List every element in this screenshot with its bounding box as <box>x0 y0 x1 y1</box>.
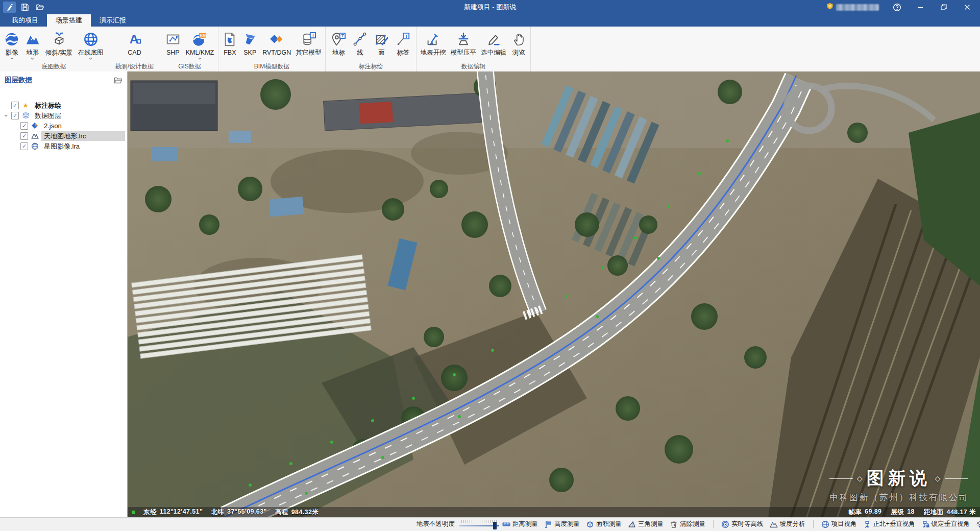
layer-item-satellite-imagery[interactable]: ✓星图影像.lra <box>0 141 127 151</box>
layer-item-tianditu-terrain[interactable]: ✓天地图地形.lrc <box>0 131 127 141</box>
layer-item-annotation-group[interactable]: ✓★标注标绘 <box>0 100 127 110</box>
button-measure-height[interactable]: 高度测量 <box>544 520 580 528</box>
folder-icon[interactable] <box>114 77 122 84</box>
surface-opacity-slider[interactable] <box>459 519 499 529</box>
ribbon-button-label: 其它模型 <box>296 49 322 57</box>
save-icon[interactable] <box>18 2 31 13</box>
ribbon-button-label: KML/KMZ <box>186 49 214 57</box>
help-icon[interactable] <box>885 0 909 14</box>
tab-presentation[interactable]: 演示汇报 <box>91 14 135 27</box>
ribbon-button-placemark[interactable]: T地标 <box>330 29 347 57</box>
other-model-icon: T <box>301 30 316 49</box>
user-account[interactable] <box>826 3 879 12</box>
layer-checkbox[interactable]: ✓ <box>20 122 28 130</box>
map-canvas <box>128 71 980 518</box>
ribbon-button-imagery[interactable]: 影像 <box>3 29 20 62</box>
ribbon-group-label: 标注标绘 <box>326 62 416 71</box>
shp-icon <box>165 30 181 49</box>
ribbon-button-label: 模型压平 <box>451 49 476 57</box>
button-realtime-contour[interactable]: 实时等高线 <box>721 520 764 528</box>
button-underground-view[interactable]: 地下视角 <box>976 520 980 528</box>
distance-to-ground: 距地面448.17 米 <box>924 508 976 517</box>
m-clear-icon <box>670 520 678 528</box>
ribbon-button-label: 线 <box>357 49 363 57</box>
ribbon-button-label: SKP <box>243 49 256 57</box>
layer-tree: ✓★标注标绘✓数据图层✓2.json✓天地图地形.lrc✓星图影像.lra <box>0 87 127 151</box>
username-redacted <box>836 4 879 11</box>
ribbon-group-gis-data: SHPKMLKML/KMZGIS数据 <box>161 27 218 71</box>
ribbon-group-buttons: ACAD <box>108 27 161 62</box>
svg-text:A: A <box>129 32 138 46</box>
decor-diamond-icon: ◇ <box>857 474 863 482</box>
button-label: 实时等高线 <box>731 520 764 528</box>
layer-checkbox[interactable]: ✓ <box>11 112 19 119</box>
ribbon-button-line[interactable]: 线 <box>351 29 369 57</box>
ribbon-button-label: RVT/DGN <box>262 49 291 57</box>
tab-scene-setup[interactable]: 场景搭建 <box>47 14 91 27</box>
layer-panel-title: 图层数据 <box>5 76 32 85</box>
ribbon-group-annotation: T地标线面T标签标注标绘 <box>326 27 416 71</box>
layer-checkbox[interactable]: ✓ <box>20 142 28 150</box>
ribbon-button-surface-dig[interactable]: 地表开挖 <box>419 29 447 57</box>
button-project-view[interactable]: 项目视角 <box>821 520 857 528</box>
ribbon-button-label[interactable]: T标签 <box>395 29 412 57</box>
globe-imagery-icon <box>4 30 19 49</box>
map-viewport[interactable]: ◇ 图新说 ◇ 中科图新（苏州）科技有限公司 东经112°12'47.51" 北… <box>128 71 980 518</box>
close-button[interactable] <box>955 0 979 14</box>
m-globe-icon <box>821 520 829 528</box>
ribbon: 影像地形倾斜/实景在线底图底图数据ACAD勘测/设计数据SHPKMLKML/KM… <box>0 27 980 72</box>
ribbon-button-terrain[interactable]: 地形 <box>24 29 41 62</box>
button-measure-distance[interactable]: 距离测量 <box>502 520 538 528</box>
button-label: 高度测量 <box>554 520 580 528</box>
expander-chevron-icon[interactable] <box>3 114 9 117</box>
button-label: 锁定垂直视角 <box>932 520 970 528</box>
ribbon-button-online-basemap[interactable]: 在线底图 <box>77 29 105 62</box>
button-lock-vertical-view[interactable]: 锁定垂直视角 <box>921 520 970 528</box>
ribbon-button-other-model[interactable]: T其它模型 <box>295 29 323 57</box>
m-height-icon <box>544 520 552 528</box>
zoom-level: 层级18 <box>891 508 915 517</box>
slider-handle[interactable] <box>493 522 497 529</box>
ribbon-button-label: 面 <box>378 49 385 57</box>
ribbon-button-fbx[interactable]: FBX <box>221 29 238 57</box>
button-clear-measure[interactable]: 清除测量 <box>670 520 705 528</box>
layer-item-json-2[interactable]: ✓2.json <box>0 120 127 131</box>
layer-checkbox[interactable]: ✓ <box>11 102 19 109</box>
ribbon-button-browse[interactable]: 浏览 <box>510 29 528 57</box>
fps: 帧率69.89 <box>848 508 881 517</box>
button-measure-triangle[interactable]: 三角测量 <box>628 520 664 528</box>
ribbon-button-skp[interactable]: SKP <box>241 29 259 57</box>
svg-text:T: T <box>405 34 408 39</box>
separator <box>713 520 714 528</box>
minimize-button[interactable] <box>909 0 932 14</box>
button-north-vertical-view[interactable]: 正北+垂直视角 <box>863 520 915 528</box>
map-watermark: ◇ 图新说 ◇ 中科图新（苏州）科技有限公司 <box>829 467 969 503</box>
button-measure-area[interactable]: 面积测量 <box>586 520 622 528</box>
ribbon-button-oblique[interactable]: 倾斜/实景 <box>44 29 74 57</box>
titlebar-quick-icons <box>0 2 46 13</box>
layer-item-data-layers[interactable]: ✓数据图层 <box>0 110 127 120</box>
restore-button[interactable] <box>932 0 955 14</box>
ribbon-button-kml-kmz[interactable]: KMLKML/KMZ <box>185 29 215 62</box>
button-slope-analysis[interactable]: 坡度分析 <box>770 520 805 528</box>
tab-my-projects[interactable]: 我的项目 <box>3 14 47 27</box>
ribbon-button-shp[interactable]: SHP <box>164 29 182 57</box>
ribbon-button-cad[interactable]: ACAD <box>126 29 143 57</box>
ribbon-group-survey-design: ACAD勘测/设计数据 <box>108 27 161 71</box>
button-label: 项目视角 <box>831 520 857 528</box>
open-folder-icon[interactable] <box>34 2 46 13</box>
ribbon-group-buttons: 地表开挖模型压平选中编辑浏览 <box>416 27 530 62</box>
vip-badge-icon <box>826 3 834 12</box>
ribbon-button-select-edit[interactable]: 选中编辑 <box>480 29 507 57</box>
button-label: 面积测量 <box>596 520 622 528</box>
ribbon-button-model-flatten[interactable]: 模型压平 <box>450 29 477 57</box>
ribbon-button-rvt-dgn[interactable]: RVT/DGN <box>261 29 292 57</box>
ribbon-button-polygon[interactable]: 面 <box>373 29 390 57</box>
app-logo-icon <box>3 2 16 13</box>
layer-checkbox[interactable]: ✓ <box>20 132 28 140</box>
ribbon-group-data-edit: 地表开挖模型压平选中编辑浏览数据编辑 <box>416 27 531 71</box>
button-label: 正北+垂直视角 <box>873 520 915 528</box>
surface-opacity-control: 地表不透明度 <box>416 518 499 530</box>
star-icon: ★ <box>21 102 30 109</box>
ribbon-tabs: 我的项目场景搭建演示汇报 <box>0 14 980 27</box>
